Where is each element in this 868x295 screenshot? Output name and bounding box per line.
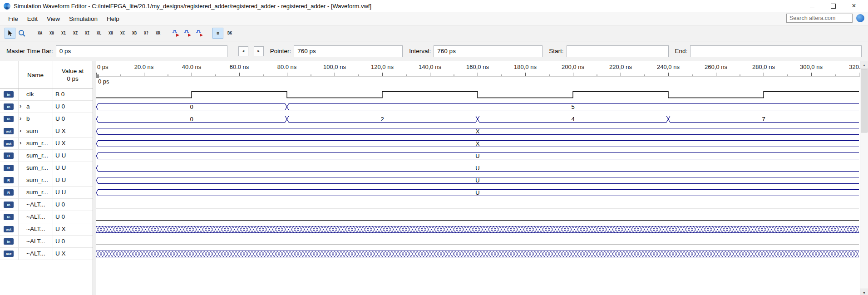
waveform-low: [96, 211, 860, 223]
vertical-scrollbar[interactable]: ▲ ▼: [860, 61, 868, 295]
menu-item-file[interactable]: File: [4, 14, 23, 24]
high-impedance-tool-button[interactable]: XZ: [70, 28, 81, 39]
signal-name: sum: [26, 128, 38, 134]
waveform-row[interactable]: [96, 211, 860, 223]
signal-row[interactable]: out›sumU X: [0, 125, 93, 138]
count-value-tool-button[interactable]: XC: [117, 28, 128, 39]
signal-row[interactable]: in~ALT...U 0: [0, 211, 93, 223]
signal-row[interactable]: in~ALT...U 0: [0, 236, 93, 248]
master-time-bar-handle[interactable]: [96, 74, 99, 78]
weak-low-tool-button[interactable]: XL: [94, 28, 104, 39]
ruler-tick-label: 20.0 ns: [134, 64, 154, 70]
functional-simulation-tool-button[interactable]: [171, 28, 182, 39]
output-pin-icon: out: [4, 128, 14, 134]
ruler-tick-label: 40.0 ns: [182, 64, 202, 70]
waveform-bus: 05: [96, 101, 860, 113]
signal-row[interactable]: inclkB 0: [0, 88, 93, 101]
signal-value: U 0: [55, 103, 65, 110]
waveform-row[interactable]: 0247: [96, 113, 860, 125]
close-button[interactable]: ×: [843, 0, 864, 11]
sort-tool-button[interactable]: BK: [224, 28, 235, 39]
signal-row[interactable]: in›bU 0: [0, 113, 93, 125]
ruler-tick-label: 200,0 ns: [562, 64, 584, 70]
pointer-field[interactable]: [294, 45, 403, 57]
interval-field[interactable]: [434, 45, 542, 57]
snap-to-grid-tool-button[interactable]: ⊞: [212, 28, 223, 39]
expander-icon[interactable]: ›: [20, 127, 21, 134]
toolbar-separator: [28, 28, 34, 39]
menu-item-edit[interactable]: Edit: [23, 14, 42, 24]
start-field[interactable]: [567, 45, 669, 57]
signal-row[interactable]: Rsum_r...U U: [0, 187, 93, 199]
svg-text:U: U: [475, 189, 479, 196]
master-time-bar-label: Master Time Bar:: [6, 48, 53, 54]
waveform-row[interactable]: [96, 236, 860, 248]
svg-text:U: U: [475, 165, 479, 172]
signal-row[interactable]: Rsum_r...U U: [0, 162, 93, 174]
signal-row[interactable]: out›sum_r...U X: [0, 138, 93, 150]
scroll-up-button[interactable]: ▲: [860, 61, 868, 69]
signal-row[interactable]: out~ALT...U X: [0, 248, 93, 260]
waveform-row[interactable]: [96, 88, 860, 101]
waveform-row[interactable]: X: [96, 125, 860, 138]
simulation-settings-tool-button[interactable]: [194, 28, 205, 39]
timing-simulation-tool-button[interactable]: [182, 28, 193, 39]
ruler-tick-label: 220,0 ns: [609, 64, 632, 70]
waveform-row[interactable]: [96, 199, 860, 211]
master-time-bar-field[interactable]: [56, 45, 227, 57]
waveform-row[interactable]: U: [96, 150, 860, 162]
panel-splitter[interactable]: [93, 61, 96, 295]
step-left-button[interactable]: ◄: [238, 46, 248, 56]
menu-item-help[interactable]: Help: [102, 14, 124, 24]
waveform-row[interactable]: [96, 248, 860, 260]
functional-simulation-tool-icon: [172, 29, 181, 38]
waveform-row[interactable]: U: [96, 162, 860, 174]
register-pin-icon: R: [4, 165, 14, 171]
menu-item-view[interactable]: View: [42, 14, 64, 24]
waveform-bus: U: [96, 162, 860, 174]
search-input[interactable]: [786, 14, 853, 23]
waveform-low: [96, 236, 860, 248]
signal-row[interactable]: in~ALT...U 0: [0, 199, 93, 211]
weak-high-tool-button[interactable]: XH: [105, 28, 116, 39]
svg-text:0: 0: [190, 116, 193, 123]
value-header-line2: 0 ps: [67, 75, 79, 83]
timing-simulation-tool-icon: [183, 29, 192, 38]
expander-icon[interactable]: ›: [20, 103, 21, 109]
signal-row[interactable]: Rsum_r...U U: [0, 174, 93, 187]
expander-icon[interactable]: ›: [20, 139, 21, 146]
step-right-button[interactable]: ►: [254, 46, 264, 56]
scroll-down-button[interactable]: ▼: [860, 289, 868, 295]
random-value-tool-button[interactable]: XR: [153, 28, 163, 39]
clock-tool-button[interactable]: XB: [129, 28, 140, 39]
force-low-tool-button[interactable]: X0: [46, 28, 57, 39]
zoom-tool-button[interactable]: [16, 28, 27, 39]
maximize-button[interactable]: [823, 0, 843, 11]
time-ruler[interactable]: 0 ps20.0 ns40.0 ns60.0 ns80.0 ns100,0 ns…: [96, 61, 860, 77]
signal-name: sum_r...: [26, 152, 48, 159]
waveform-row[interactable]: X: [96, 138, 860, 150]
waveform-row[interactable]: 05: [96, 101, 860, 113]
random-value-tool-icon: XR: [156, 31, 160, 35]
waveform-row[interactable]: [96, 223, 860, 236]
signal-row[interactable]: out~ALT...U X: [0, 223, 93, 236]
scrollbar-thumb[interactable]: [861, 69, 868, 133]
waveform-bus: U: [96, 150, 860, 162]
expander-icon[interactable]: ›: [20, 115, 21, 122]
uncertainty-tool-button[interactable]: XA: [35, 28, 45, 39]
waveform-row[interactable]: U: [96, 187, 860, 199]
end-field[interactable]: [690, 45, 862, 57]
menu-item-simulation[interactable]: Simulation: [64, 14, 102, 24]
waveform-row[interactable]: U: [96, 174, 860, 187]
arbitrary-value-tool-button[interactable]: X?: [141, 28, 152, 39]
altera-search-button[interactable]: [856, 14, 864, 22]
selection-tool-button[interactable]: [5, 28, 15, 39]
signal-name: sum_r...: [26, 140, 48, 147]
minimize-button[interactable]: [802, 0, 823, 11]
force-high-tool-button[interactable]: X1: [58, 28, 69, 39]
signal-value: U 0: [55, 201, 65, 208]
uncertainty-tool-icon: XA: [38, 31, 42, 35]
invert-tool-button[interactable]: XI: [82, 28, 93, 39]
signal-row[interactable]: Rsum_r...U U: [0, 150, 93, 162]
signal-row[interactable]: in›aU 0: [0, 101, 93, 113]
